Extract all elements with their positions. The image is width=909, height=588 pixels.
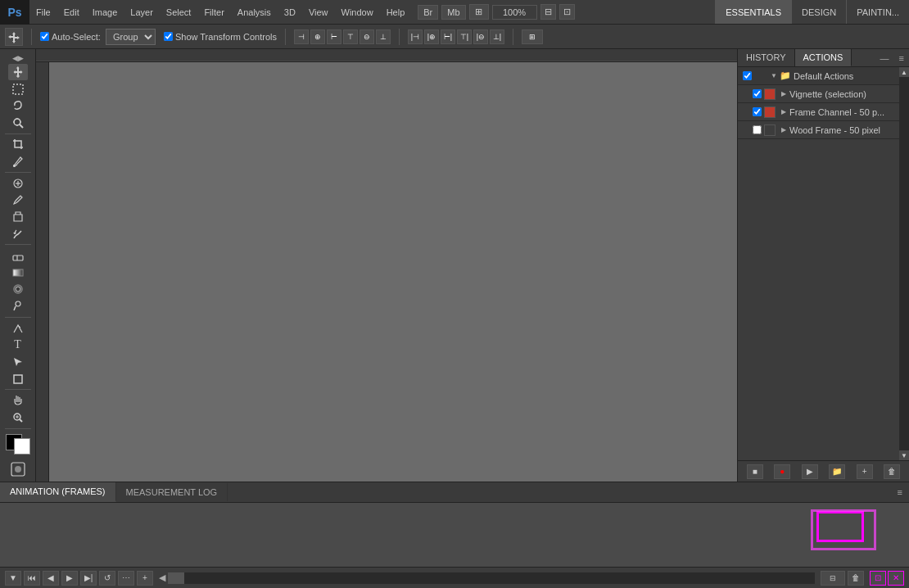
play-btn[interactable]: ▶ [802,464,818,479]
tween-btn[interactable]: ⋯ [118,571,134,586]
menu-select[interactable]: Select [160,0,198,24]
menu-layer[interactable]: Layer [124,0,160,24]
expand-vignette[interactable] [778,88,789,100]
convert-btn[interactable]: ⊟ [821,571,845,586]
animation-tab[interactable]: ANIMATION (FRAMES) [0,482,116,502]
dist-right[interactable]: ⊢| [441,29,455,44]
icon-2[interactable]: ✕ [888,571,904,586]
magic-wand-btn[interactable] [8,115,28,131]
loop-btn[interactable]: ↺ [99,571,115,586]
check-frame[interactable] [751,106,762,118]
toolbar-expand[interactable]: ◀▶ [0,52,35,63]
auto-align-button[interactable]: ⊞ [522,29,543,44]
view-mode-button[interactable]: ⊞ [469,4,489,20]
gradient-btn[interactable] [8,265,28,281]
dist-bottom[interactable]: ⊥| [490,29,504,44]
action-row-wood[interactable]: Wood Frame - 50 pixel [738,121,899,139]
action-row-vignette[interactable]: Vignette (selection) [738,85,899,103]
menu-image[interactable]: Image [86,0,124,24]
path-select-btn[interactable] [8,354,28,370]
prev-frame-btn[interactable]: ◀ [43,571,59,586]
dist-left[interactable]: |⊣ [408,29,423,44]
new-action-btn[interactable]: + [857,464,873,479]
quick-mask-btn[interactable] [9,460,27,478]
ws-tab-design[interactable]: DESIGN [791,0,846,24]
icon-1[interactable]: ⊡ [870,571,886,586]
arrange-button[interactable]: ⊡ [559,4,575,20]
new-set-btn[interactable]: 📁 [829,464,845,479]
action-row-default[interactable]: 📁 Default Actions [738,67,899,85]
scroll-down-btn[interactable]: ▼ [899,450,909,460]
crop-tool-btn[interactable] [8,137,28,153]
align-left[interactable]: ⊣ [294,29,309,44]
show-transform-label[interactable]: Show Transform Controls [164,32,277,42]
timeline-scroll-thumb[interactable] [168,572,184,584]
align-bottom[interactable]: ⊥ [376,29,391,44]
measurement-tab[interactable]: MEASUREMENT LOG [116,483,228,501]
record-btn[interactable]: ● [774,464,790,479]
check-wood[interactable] [751,124,762,136]
scroll-up-btn[interactable]: ▲ [899,67,909,77]
new-frame-btn[interactable]: + [137,571,153,586]
ws-tab-painting[interactable]: PAINTIN... [846,0,909,24]
align-right[interactable]: ⊢ [327,29,341,44]
frame-menu-btn[interactable]: ▼ [5,571,21,586]
history-brush-btn[interactable] [8,226,28,242]
zoom-btn[interactable] [8,409,28,426]
delete-frame-btn[interactable]: 🗑 [848,571,864,586]
marquee-tool-btn[interactable] [8,81,28,97]
menu-file[interactable]: File [29,0,57,24]
history-tab[interactable]: HISTORY [738,49,795,66]
pen-btn[interactable] [8,320,28,337]
menu-edit[interactable]: Edit [57,0,86,24]
eraser-btn[interactable] [8,247,28,264]
align-top[interactable]: ⊤ [343,29,358,44]
auto-select-label[interactable]: Auto-Select: [40,32,101,42]
bridge-button[interactable]: Br [418,5,438,20]
panel-menu-btn[interactable]: ≡ [894,50,909,66]
clone-stamp-btn[interactable] [8,209,28,225]
brush-btn[interactable] [8,192,28,208]
text-btn[interactable]: T [8,337,28,353]
menu-help[interactable]: Help [380,0,412,24]
shape-btn[interactable] [8,371,28,387]
lasso-tool-btn[interactable] [8,97,28,114]
action-row-frame[interactable]: Frame Channel - 50 p... [738,103,899,121]
first-frame-btn[interactable]: ⏮ [24,571,40,586]
play-anim-btn[interactable]: ▶ [61,571,78,586]
blur-btn[interactable] [8,282,28,298]
dist-center-v[interactable]: |⊖ [473,29,488,44]
dist-center-h[interactable]: |⊕ [424,29,439,44]
check-vignette[interactable] [751,88,762,100]
ws-tab-essentials[interactable]: ESSENTIALS [715,0,791,24]
actions-tab[interactable]: ACTIONS [795,49,852,66]
expand-frame[interactable] [778,106,789,118]
delete-btn[interactable]: 🗑 [884,464,900,479]
expand-default[interactable] [768,70,780,82]
stop-btn[interactable]: ■ [747,464,763,479]
panel-collapse-btn[interactable]: — [875,50,894,66]
foreground-color[interactable] [6,434,30,455]
check-default[interactable] [741,70,753,82]
menu-window[interactable]: Window [335,0,380,24]
next-frame-btn[interactable]: ▶| [80,571,97,586]
screen-mode-button[interactable]: ⊟ [540,4,556,20]
show-transform-checkbox[interactable] [164,32,173,41]
dist-top[interactable]: ⊤| [457,29,472,44]
hand-btn[interactable] [8,392,28,409]
mini-bridge-button[interactable]: Mb [441,5,465,20]
align-center-h[interactable]: ⊕ [310,29,325,44]
eyedropper-btn[interactable] [8,153,28,170]
menu-analysis[interactable]: Analysis [231,0,278,24]
auto-select-checkbox[interactable] [40,32,49,41]
healing-btn[interactable] [8,175,28,192]
menu-view[interactable]: View [302,0,335,24]
dodge-btn[interactable] [8,298,28,314]
timeline-scroll-left[interactable]: ◀ [159,572,165,583]
menu-3d[interactable]: 3D [278,0,302,24]
menu-filter[interactable]: Filter [197,0,230,24]
bottom-panel-menu[interactable]: ≡ [891,484,909,500]
auto-select-dropdown[interactable]: Group Layer [106,29,156,45]
align-center-v[interactable]: ⊖ [360,29,374,44]
expand-wood[interactable] [778,124,789,136]
